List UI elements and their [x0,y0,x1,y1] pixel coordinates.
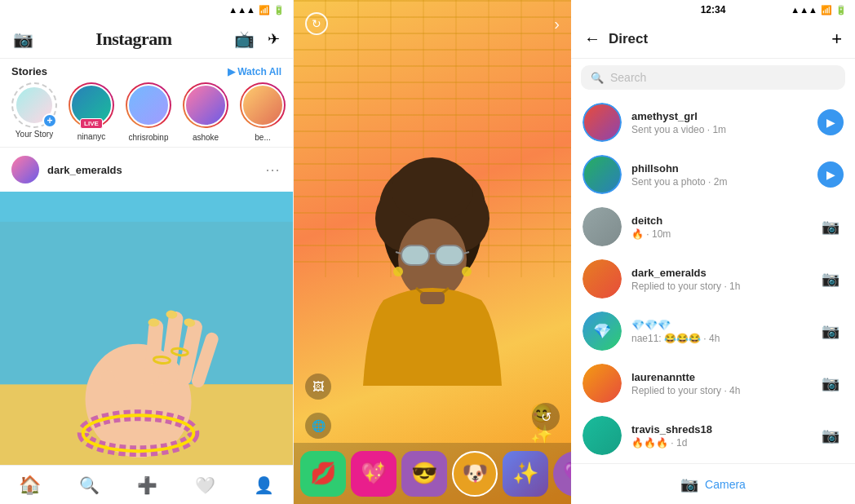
direct-icon[interactable]: ✈ [268,30,280,48]
post-image-content [0,192,293,504]
dm-info-dark-emeralds: dark_emeralds Replied to your story · 1h [631,267,808,292]
dm-camera-button-deitch[interactable]: 📷 [817,214,844,240]
stories-label: Stories [11,65,47,77]
dm-name-deitch: deitch [631,214,808,227]
feed-header-icons: 📺 ✈ [234,29,280,49]
post-username[interactable]: dark_emeralds [47,164,257,176]
direct-camera-label: Camera [705,478,746,491]
svg-point-19 [392,157,473,223]
dm-item-travis-shreds18[interactable]: travis_shreds18 🔥🔥🔥 · 1d 📷 [571,409,855,462]
camera-filters: 💋 💖 😎 🐶 ✨ 💜 [294,443,571,504]
dm-preview-travis-shreds18: 🔥🔥🔥 · 1d [631,437,808,449]
gallery-icon[interactable]: 🖼 [305,374,331,400]
svg-rect-22 [436,245,463,265]
filter-lips[interactable]: 💋 [300,451,346,497]
dm-info-travis-shreds18: travis_shreds18 🔥🔥🔥 · 1d [631,423,808,449]
direct-title: Direct [609,31,823,47]
search-placeholder: Search [610,71,646,84]
dm-item-deitch[interactable]: deitch 🔥 · 10m 📷 [571,201,855,253]
dm-item-phillsohn[interactable]: phillsohn Sent you a photo · 2m ▶ [571,148,855,201]
direct-signal: ▲▲▲ [791,5,817,15]
nav-heart-icon[interactable]: 🤍 [195,475,215,495]
direct-battery: 🔋 [835,5,847,15]
svg-point-26 [393,267,403,276]
dm-info-phillsohn: phillsohn Sent you a photo · 2m [631,162,808,188]
dm-name-phillsohn: phillsohn [631,162,808,175]
post-more-icon[interactable]: ⋯ [265,161,281,179]
direct-panel: 12:34 ▲▲▲ 📶 🔋 ← Direct + 🔍 Search amethy… [571,0,855,504]
dm-item-laurenanntte[interactable]: laurenanntte Replied to your story · 4h … [571,357,855,409]
wifi-icon: 📶 [259,5,270,15]
search-icon: 🔍 [591,72,604,84]
nav-profile-icon[interactable]: 👤 [254,475,274,495]
dm-camera-button-travis-shreds18[interactable]: 📷 [817,422,844,449]
dm-preview-laurenanntte: Replied to your story · 4h [631,385,808,396]
nav-home-icon[interactable]: 🏠 [19,475,41,496]
battery-icon: 🔋 [273,5,285,15]
dm-item-amethyst-grl[interactable]: amethyst_grl Sent you a video · 1m ▶ [571,96,855,148]
dm-avatar-dark-emeralds [583,259,622,298]
back-button[interactable]: ← [584,29,600,48]
nav-add-icon[interactable]: ➕ [137,475,157,495]
svg-point-27 [462,267,472,276]
dm-info-laurenanntte: laurenanntte Replied to your story · 4h [631,371,808,396]
direct-messages-list: amethyst_grl Sent you a video · 1m ▶ phi… [571,96,855,463]
dm-name-dark-emeralds: dark_emeralds [631,267,808,279]
feed-panel: 12:30 ▲▲▲ 📶 🔋 📷 Instagram 📺 ✈ Stories ▶ … [0,0,294,504]
feed-logo: Instagram [95,29,171,50]
dm-camera-button-dark-emeralds[interactable]: 📷 [817,266,844,292]
filter-dog[interactable]: 🐶 [452,451,498,497]
person-silhouette [343,157,522,443]
direct-camera-icon: 📷 [680,475,698,493]
direct-wifi: 📶 [821,5,832,15]
search-bar[interactable]: 🔍 Search [581,65,845,90]
dm-item-diamonds[interactable]: 💎 💎💎💎 nae11: 😂😂😂 · 4h 📷 [571,305,855,357]
bottom-nav: 🏠 🔍 ➕ 🤍 👤 [0,465,293,504]
story-label-your-story: Your Story [16,130,53,139]
location-icon[interactable]: 🌐 [305,413,331,439]
story-label-be: be... [255,133,270,142]
dm-name-amethyst-grl: amethyst_grl [631,110,808,122]
live-badge: LIVE [80,118,103,129]
dm-play-button-amethyst-grl[interactable]: ▶ [817,109,844,135]
dm-play-button-phillsohn[interactable]: ▶ [817,161,844,188]
your-story-plus: + [42,113,57,128]
filter-sunglasses[interactable]: 😎 [401,451,447,497]
story-item-your-story[interactable]: + Your Story [10,82,59,142]
filter-sparkle[interactable]: 💜 [553,451,571,497]
camera-icon[interactable]: 📷 [13,29,33,49]
dm-camera-button-diamonds[interactable]: 📷 [817,318,844,344]
camera-top-bar: ↻ › [294,0,571,41]
filter-heart[interactable]: 💖 [351,451,396,497]
story-label-ashoke: ashoke [193,133,219,142]
rotate-icon[interactable]: ↺ [532,403,560,431]
story-item-chrisrobinp[interactable]: chrisrobinp [124,82,173,142]
dm-avatar-diamonds: 💎 [583,312,622,351]
dm-preview-diamonds: nae11: 😂😂😂 · 4h [631,333,808,344]
dm-name-diamonds: 💎💎💎 [631,319,808,331]
svg-rect-28 [420,292,445,304]
direct-time: 12:34 [701,4,726,15]
story-label-ninanyc: ninanyc [78,132,105,141]
svg-rect-21 [401,245,429,265]
add-conversation-button[interactable]: + [831,29,842,50]
direct-camera-button[interactable]: 📷 Camera [571,463,855,504]
story-item-ashoke[interactable]: ashoke [181,82,230,142]
filter-star[interactable]: ✨ [503,451,548,497]
camera-chevron-icon[interactable]: › [554,15,560,33]
nav-search-icon[interactable]: 🔍 [79,475,100,495]
story-item-be[interactable]: be... [238,82,287,142]
watch-all-button[interactable]: ▶ Watch All [228,66,281,77]
igtv-icon[interactable]: 📺 [234,29,255,49]
post-image: 🏠 🔍 ➕ 🤍 👤 [0,192,293,504]
dm-info-amethyst-grl: amethyst_grl Sent you a video · 1m [631,110,808,135]
dm-name-travis-shreds18: travis_shreds18 [631,423,808,435]
dm-item-dark-emeralds[interactable]: dark_emeralds Replied to your story · 1h… [571,253,855,305]
dm-avatar-travis-shreds18 [583,416,622,455]
camera-refresh-icon[interactable]: ↻ [305,12,328,35]
story-item-ninanyc[interactable]: LIVE ninanyc [67,82,116,142]
dm-preview-phillsohn: Sent you a photo · 2m [631,176,808,188]
dm-camera-button-laurenanntte[interactable]: 📷 [817,370,844,396]
stories-list: + Your Story LIVE ninanyc chrisro [0,82,293,142]
dm-avatar-amethyst-grl [583,103,622,142]
